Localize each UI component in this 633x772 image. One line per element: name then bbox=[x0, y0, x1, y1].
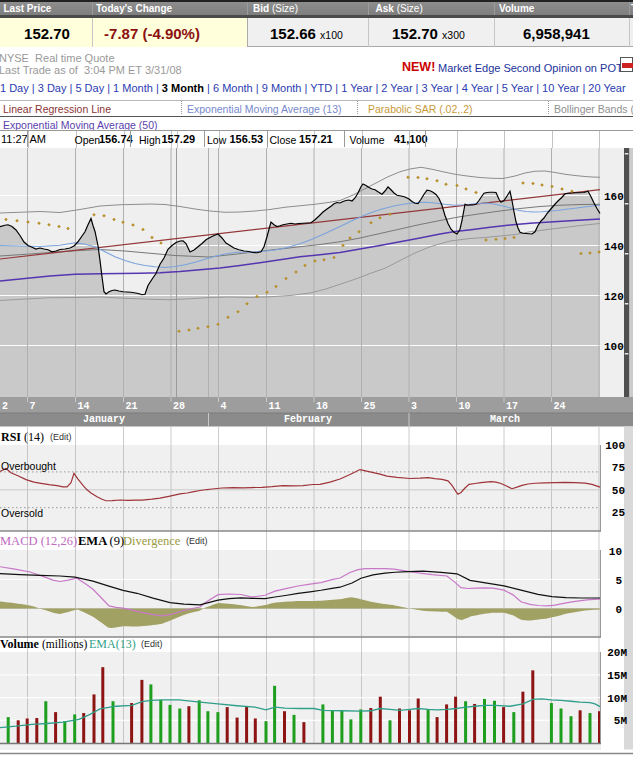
svg-text:0: 0 bbox=[615, 604, 622, 616]
svg-text:20M: 20M bbox=[607, 647, 627, 659]
svg-text:140: 140 bbox=[604, 241, 624, 253]
svg-text:160: 160 bbox=[604, 191, 624, 203]
svg-text:17: 17 bbox=[506, 401, 518, 412]
svg-text:100: 100 bbox=[604, 341, 624, 353]
svg-text:RSI (14): RSI (14) bbox=[1, 430, 44, 444]
svg-text:January: January bbox=[83, 414, 125, 425]
svg-text:21: 21 bbox=[126, 401, 138, 412]
svg-text:Divergence: Divergence bbox=[123, 534, 181, 548]
svg-text:3: 3 bbox=[411, 401, 417, 412]
svg-text:(Edit): (Edit) bbox=[186, 536, 208, 546]
svg-text:25: 25 bbox=[612, 507, 626, 519]
svg-text:(Edit): (Edit) bbox=[50, 432, 72, 442]
svg-text:11: 11 bbox=[269, 401, 281, 412]
svg-text:Volume (millions): Volume (millions) bbox=[0, 637, 87, 651]
svg-text:14: 14 bbox=[78, 401, 90, 412]
svg-text:5: 5 bbox=[615, 575, 622, 587]
svg-text:75: 75 bbox=[612, 462, 626, 474]
svg-text:50: 50 bbox=[612, 485, 625, 497]
svg-text:10: 10 bbox=[459, 401, 471, 412]
svg-text:7: 7 bbox=[30, 401, 36, 412]
svg-text:2: 2 bbox=[2, 401, 8, 412]
svg-text:EMA (9): EMA (9) bbox=[78, 534, 124, 548]
svg-text:24: 24 bbox=[554, 401, 566, 412]
svg-text:Oversold: Oversold bbox=[1, 507, 43, 519]
svg-text:25: 25 bbox=[364, 401, 376, 412]
svg-text:MACD (12,26): MACD (12,26) bbox=[0, 534, 77, 548]
svg-text:4: 4 bbox=[221, 401, 227, 412]
svg-text:120: 120 bbox=[604, 291, 624, 303]
svg-text:18: 18 bbox=[316, 401, 328, 412]
svg-text:5M: 5M bbox=[614, 715, 628, 727]
svg-text:10: 10 bbox=[609, 546, 622, 558]
svg-text:February: February bbox=[284, 414, 332, 425]
svg-text:Overbought: Overbought bbox=[1, 460, 56, 472]
svg-text:100: 100 bbox=[605, 440, 625, 452]
svg-text:10M: 10M bbox=[607, 693, 627, 705]
svg-text:28: 28 bbox=[173, 401, 185, 412]
svg-text:15M: 15M bbox=[607, 670, 627, 682]
svg-text:March: March bbox=[490, 414, 520, 425]
svg-text:EMA(13): EMA(13) bbox=[89, 637, 136, 651]
svg-text:(Edit): (Edit) bbox=[141, 639, 163, 649]
